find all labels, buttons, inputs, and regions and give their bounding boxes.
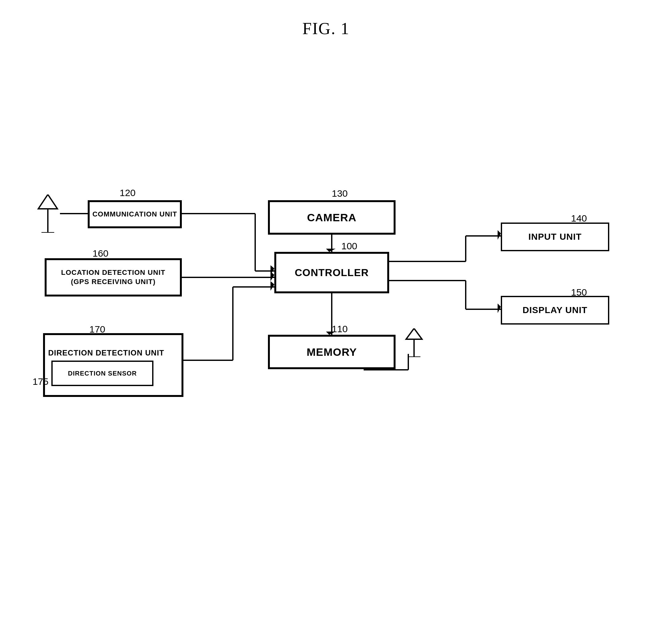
- ref-175: 175: [32, 376, 49, 387]
- fig-title: FIG. 1: [302, 19, 350, 38]
- ref-130: 130: [332, 188, 348, 199]
- input-unit-box: INPUT UNIT: [501, 223, 609, 251]
- location-detection-label: LOCATION DETECTION UNIT (GPS RECEIVING U…: [61, 268, 166, 286]
- svg-marker-28: [406, 328, 422, 339]
- direction-detection-box: DIRECTION DETECTION UNIT DIRECTION SENSO…: [43, 333, 183, 397]
- svg-marker-20: [271, 272, 274, 281]
- ref-140: 140: [571, 213, 587, 224]
- svg-marker-23: [498, 304, 501, 313]
- camera-label: CAMERA: [307, 212, 356, 224]
- input-unit-label: INPUT UNIT: [528, 232, 581, 242]
- ref-110: 110: [332, 324, 348, 334]
- communication-unit-label: COMMUNICATION UNIT: [92, 210, 178, 218]
- svg-marker-25: [38, 194, 57, 209]
- controller-label: CONTROLLER: [295, 267, 369, 279]
- ref-100: 100: [341, 241, 357, 252]
- display-unit-box: DISPLAY UNIT: [501, 296, 609, 325]
- svg-marker-21: [271, 281, 274, 291]
- ref-120: 120: [119, 188, 136, 198]
- svg-marker-18: [271, 265, 274, 275]
- svg-marker-19: [326, 249, 335, 252]
- ref-170: 170: [89, 324, 105, 335]
- ref-160: 160: [92, 248, 108, 259]
- camera-box: CAMERA: [268, 200, 396, 235]
- svg-marker-22: [498, 230, 501, 240]
- ref-150: 150: [571, 287, 587, 298]
- location-detection-box: LOCATION DETECTION UNIT (GPS RECEIVING U…: [45, 258, 182, 297]
- display-unit-label: DISPLAY UNIT: [522, 305, 587, 315]
- communication-unit-box: COMMUNICATION UNIT: [88, 200, 182, 228]
- antenna-right-icon: [405, 328, 424, 357]
- direction-detection-label: DIRECTION DETECTION UNIT: [48, 348, 164, 357]
- memory-box: MEMORY: [268, 335, 396, 369]
- direction-sensor-label: DIRECTION SENSOR: [68, 370, 137, 377]
- memory-label: MEMORY: [306, 346, 357, 358]
- direction-sensor-box: DIRECTION SENSOR: [51, 361, 154, 386]
- controller-box: CONTROLLER: [274, 252, 389, 293]
- antenna-left-icon: [35, 194, 61, 233]
